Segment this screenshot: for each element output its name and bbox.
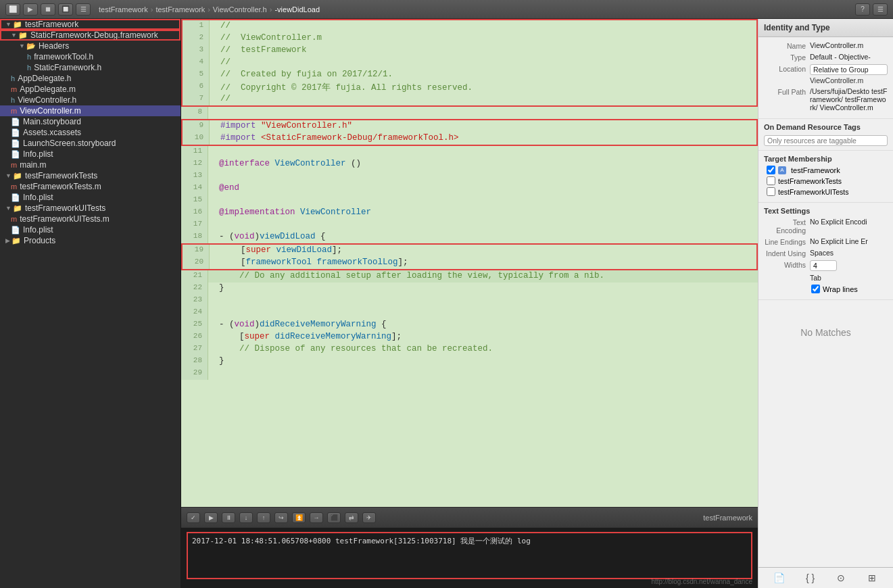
line-number: 5	[183, 69, 210, 81]
line-number: 22	[181, 283, 208, 295]
sidebar-item-frameworktool-h[interactable]: h frameworkTool.h	[0, 51, 180, 62]
sidebar-item-testframeworktests[interactable]: ▼ 📁 testFrameworkTests	[0, 170, 180, 181]
line-content	[208, 146, 758, 158]
code-line: 22 }	[181, 283, 758, 295]
breadcrumb-item-2[interactable]: testFramework	[155, 5, 205, 14]
full-path-row: Full Path /Users/fujia/Deskto testFramew…	[764, 87, 888, 112]
name-row: Name ViewController.m	[764, 41, 888, 50]
target-1-checkbox[interactable]	[767, 166, 775, 174]
wrap-lines-label: Wrap lines	[823, 285, 858, 293]
sidebar-item-staticframework-h[interactable]: h StaticFramework.h	[0, 62, 180, 73]
expand-arrow: ▼	[11, 32, 17, 39]
target-1-label: testFramework	[791, 166, 840, 174]
code-line: 29	[181, 368, 758, 380]
sidebar-item-info-plist2[interactable]: 📄 Info.plist	[0, 192, 180, 203]
sidebar-item-main-m[interactable]: m main.m	[0, 160, 180, 170]
line-number: 4	[183, 57, 210, 69]
code-line: 6 // Copyright © 2017年 fujia. All rights…	[183, 81, 756, 93]
debug-btn-6[interactable]: ↪	[274, 512, 288, 523]
line-endings-value: No Explicit Line Er	[810, 237, 888, 245]
debug-btn-7[interactable]: ⏫	[292, 512, 306, 523]
sidebar-item-products[interactable]: ▶ 📁 Products	[0, 235, 180, 246]
sidebar-item-testframeworkuitests-m[interactable]: m testFrameworkUITests.m	[0, 214, 180, 224]
text-settings-title: Text Settings	[764, 207, 888, 215]
sidebar-item-label: main.m	[20, 160, 46, 170]
h-file-icon: h	[27, 64, 31, 72]
code-line: 10 #import <StaticFramework-Debug/framew…	[183, 132, 756, 145]
on-demand-input[interactable]	[764, 135, 888, 146]
line-number: 17	[181, 219, 208, 231]
line-content: - (void)didReceiveMemoryWarning {	[208, 319, 758, 331]
line-number: 25	[181, 319, 208, 331]
line-content: }	[208, 356, 758, 368]
debug-btn-2[interactable]: ▶	[204, 512, 218, 523]
panel-icon-curly[interactable]: { }	[803, 570, 818, 585]
widths-label: Widths	[764, 260, 810, 269]
sidebar-item-launchscreen[interactable]: 📄 LaunchScreen.storyboard	[0, 138, 180, 149]
sidebar-item-info-plist[interactable]: 📄 Info.plist	[0, 149, 180, 160]
sidebar-item-viewcontroller-m[interactable]: m ViewController.m	[0, 105, 180, 116]
sidebar-item-testframework[interactable]: ▼ 📁 testFramework	[0, 19, 180, 30]
sidebar-item-appdelegate-m[interactable]: m AppDelegate.m	[0, 84, 180, 95]
sidebar-item-label: testFrameworkTests.m	[20, 182, 101, 191]
code-line: 26 [super didReceiveMemoryWarning];	[181, 331, 758, 343]
toolbar-btn-right-2[interactable]: ☰	[873, 3, 888, 16]
toolbar-btn-2[interactable]: ▶	[23, 3, 38, 16]
expand-arrow: ▶	[5, 237, 10, 244]
sidebar-item-assets[interactable]: 📄 Assets.xcassets	[0, 127, 180, 138]
sidebar-item-headers[interactable]: ▼ 📂 Headers	[0, 41, 180, 51]
line-content: //	[210, 93, 756, 105]
panel-icon-circle[interactable]: ⊙	[834, 570, 848, 585]
tab-value: Tab	[810, 274, 888, 282]
line-content: [frameworkTool frameworkToolLog];	[210, 257, 756, 269]
panel-icon-grid[interactable]: ⊞	[865, 570, 879, 585]
toolbar-btn-3[interactable]: ⏹	[41, 3, 55, 16]
target-membership-section: Target Membership A testFramework testFr…	[758, 151, 893, 203]
debug-btn-1[interactable]: ✓	[187, 512, 200, 523]
debug-btn-3[interactable]: ⏸	[222, 512, 235, 523]
toolbar-btn-1[interactable]: ⬜	[5, 3, 20, 16]
wrap-lines-checkbox[interactable]	[811, 285, 820, 293]
line-content	[208, 170, 758, 182]
code-line: 16 @implementation ViewController	[181, 207, 758, 219]
breadcrumb-item-1[interactable]: testFramework	[99, 5, 148, 14]
sidebar-item-viewcontroller-h[interactable]: h ViewController.h	[0, 95, 180, 105]
build-scheme-label: testFramework	[703, 514, 752, 522]
line-content: }	[208, 283, 758, 295]
code-line: 18 - (void)viewDidLoad {	[181, 231, 758, 243]
line-endings-label: Line Endings	[764, 237, 810, 246]
panel-icon-file[interactable]: 📄	[772, 570, 787, 585]
target-3-checkbox[interactable]	[767, 187, 775, 196]
line-content: // Copyright © 2017年 fujia. All rights r…	[210, 81, 756, 93]
folder-icon: 📁	[11, 237, 21, 245]
sidebar-item-testframeworkuitests[interactable]: ▼ 📁 testFrameworkUITests	[0, 203, 180, 214]
code-line: 25 - (void)didReceiveMemoryWarning {	[181, 319, 758, 331]
sidebar-item-testframeworktests-m[interactable]: m testFrameworkTests.m	[0, 181, 180, 192]
toolbar-btn-right-1[interactable]: ?	[855, 3, 870, 16]
widths-stepper[interactable]	[810, 260, 837, 271]
sidebar-item-appdelegate-h[interactable]: h AppDelegate.h	[0, 73, 180, 84]
sidebar-item-info-plist3[interactable]: 📄 Info.plist	[0, 224, 180, 235]
console-output: 2017-12-01 18:48:51.065708+0800 testFram…	[187, 532, 752, 579]
debug-btn-9[interactable]: ⬛	[327, 512, 341, 523]
editor-area: 1 // 2 // ViewController.m 3 // testFram…	[181, 19, 758, 588]
debug-btn-8[interactable]: →	[310, 512, 323, 523]
debug-btn-4[interactable]: ↓	[239, 512, 253, 523]
target-2-checkbox[interactable]	[767, 176, 775, 185]
toolbar-btn-4[interactable]: 🔲	[58, 3, 73, 16]
debug-btn-5[interactable]: ↑	[257, 512, 270, 523]
full-path-label: Full Path	[764, 87, 810, 96]
line-number: 14	[181, 182, 208, 195]
breadcrumb-item-3[interactable]: ViewController.h	[213, 5, 267, 14]
sidebar-item-main-storyboard[interactable]: 📄 Main.storyboard	[0, 116, 180, 127]
code-editor[interactable]: 1 // 2 // ViewController.m 3 // testFram…	[181, 19, 758, 507]
breadcrumb-item-4[interactable]: -viewDidLoad	[274, 5, 320, 14]
type-row: Type Default - Objective-	[764, 53, 888, 62]
location-dropdown[interactable]: Relative to Group	[810, 64, 888, 75]
debug-btn-10[interactable]: ⇄	[345, 512, 358, 523]
toolbar-btn-5[interactable]: ☰	[76, 3, 91, 16]
debug-btn-11[interactable]: ✈	[362, 512, 376, 523]
sidebar-item-staticframework[interactable]: ▼ 📁 StaticFramework-Debug.framework	[0, 30, 180, 41]
h-file-icon: h	[27, 53, 31, 61]
code-line: 4 //	[183, 57, 756, 69]
